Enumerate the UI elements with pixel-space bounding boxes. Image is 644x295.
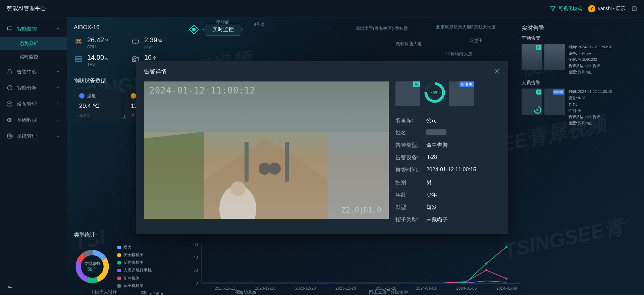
sidebar-label: 系统管理 [17, 133, 37, 139]
sidebar-label: 设备管理 [17, 101, 37, 107]
legend-item[interactable]: 人员违规打手机 [117, 267, 178, 274]
whitelist-tag: 白名单 [460, 81, 474, 87]
sensor-dot-icon [131, 93, 136, 99]
meta-row-time: 告警时间:2024-01-12 11:00:15 [395, 164, 500, 176]
svg-text:2023-12-20: 2023-12-20 [295, 286, 316, 290]
svg-text:2023-12-28: 2023-12-28 [376, 286, 396, 290]
vehicle-alarm-title: 车辆告警 [522, 35, 637, 41]
person-alarm-card[interactable]: 抓 76% 白名单 时间: 2024-01-12 11:00:15 设备: II… [522, 88, 637, 126]
svg-text:60: 60 [194, 242, 198, 247]
meta-row-hair: 发型:短发 [395, 201, 500, 214]
svg-rect-57 [144, 81, 389, 132]
map-label: 汉堡王 [470, 38, 483, 44]
svg-point-43 [505, 278, 507, 280]
bell-icon [7, 69, 13, 75]
sidebar-label: 态势分析 [19, 41, 38, 47]
sidebar-item-situation[interactable]: 态势分析 [0, 37, 67, 50]
type-stat-pager[interactable]: ▲ 1/8 ▼ [74, 292, 178, 295]
svg-marker-60 [328, 132, 389, 219]
stat-cpu: 26.42%CPU [74, 36, 121, 50]
monitor-icon [7, 26, 13, 32]
capture-tag: 抓 [413, 81, 420, 87]
broadcast-icon [188, 23, 200, 36]
close-icon [494, 68, 500, 74]
map-label: 航空航天大厦 [470, 24, 496, 30]
chevron-down-icon [56, 69, 60, 74]
face-thumb-capture: 抓 76% [522, 88, 542, 115]
alarm-detail-modal: 告警详情 2024-01-12 11:00:12 Z2.0|D1.0 [136, 61, 508, 234]
sidebar-item-analysis[interactable]: 智能分析 [0, 80, 67, 96]
legend-item[interactable]: 玩王机检测 [117, 282, 178, 290]
vehicle-alarm-card[interactable]: 抓 时间: 2024-01-12 11:03:10 设备: 车辆-2H 车牌: … [522, 44, 637, 75]
svg-rect-12 [77, 41, 80, 43]
map-label: 微软科通大厦 [396, 41, 422, 47]
stat-memory: 2.39%内存 [131, 36, 178, 50]
realtime-monitor-badge[interactable]: 实时监控 [188, 23, 243, 36]
match-ring-icon: 76% [534, 106, 542, 114]
svg-point-40 [485, 262, 487, 264]
meta-row-library: 名单库:公司 [395, 114, 500, 127]
chevron-down-icon [56, 85, 60, 90]
badge-label: 实时监控 [203, 24, 243, 36]
vehicle-thumb [544, 44, 565, 70]
svg-text:2024-01-05: 2024-01-05 [456, 286, 477, 290]
sensor-dot-icon [79, 93, 85, 99]
sidebar-item-alarm-center[interactable]: 告警中心 [0, 64, 67, 80]
sidebar-nav: 智能监控 态势分析 实时监控 告警中心 智能分析 设备管理 基础数据 系统管理 [0, 17, 67, 295]
svg-rect-11 [76, 39, 81, 44]
capture-tag: 抓 [536, 45, 541, 50]
whitelist-tag: 白名单 [553, 90, 564, 95]
sidebar-item-system[interactable]: 系统管理 [0, 128, 67, 144]
menu-collapse-icon [7, 283, 13, 289]
memory-icon [131, 37, 140, 46]
svg-rect-61 [245, 142, 249, 182]
map-label: 中科纳能大厦 [446, 51, 472, 57]
person-alarm-title: 人员告警 [522, 80, 637, 86]
legend-item[interactable]: 安全帽检测 [117, 251, 178, 259]
stat-tpu: 14.00%TPU [74, 54, 121, 68]
meta-row-alarm-type: 告警类型:命中告警 [395, 139, 500, 152]
sidebar-collapse-toggle[interactable] [7, 283, 13, 290]
visualization-mode-toggle[interactable]: 可视化模式 [550, 6, 582, 12]
svg-text:2024-01-09: 2024-01-09 [496, 286, 517, 290]
capture-tag: 抓 [536, 90, 541, 95]
face-thumb-db: 白名单 [544, 88, 565, 115]
tpu-icon [74, 54, 83, 64]
svg-marker-59 [144, 132, 204, 219]
sidebar-item-monitor[interactable]: 智能监控 [0, 21, 67, 37]
svg-rect-62 [285, 142, 289, 182]
svg-point-66 [230, 181, 245, 196]
legend-item[interactable]: 拍照检测 [117, 274, 178, 282]
map-label: 深圳大学(粤海校区)-致知楼 [356, 25, 408, 32]
svg-text:2023-12-12: 2023-12-12 [215, 286, 235, 290]
meta-row-name: 姓名: [395, 127, 500, 139]
legend-item[interactable]: 烟火 [117, 243, 178, 251]
legend-item[interactable]: 反光衣检测 [117, 259, 178, 267]
alarm-timeline-chart: 0 20 40 60 2023-12-12 2023-12-16 2023-12… [188, 240, 523, 290]
svg-text:0: 0 [196, 281, 198, 286]
avatar: Y [588, 5, 595, 12]
gauge-icon [7, 85, 13, 91]
app-title: 智能AI管理平台 [7, 5, 46, 12]
eye-icon [7, 117, 13, 123]
sidebar-label: 告警中心 [17, 69, 37, 75]
chevron-down-icon [56, 118, 60, 122]
layers-icon [7, 101, 13, 107]
iot-card-temp[interactable]: 温度 29.4 ℃ 温湿度 [74, 89, 121, 122]
database-face: 白名单 [449, 81, 474, 106]
sidebar-item-devices[interactable]: 设备管理 [0, 96, 67, 112]
sidebar-label: 智能监控 [17, 26, 37, 32]
filter-icon [550, 6, 556, 12]
panel-toggle-icon[interactable] [631, 6, 637, 12]
map-label: 北京航空航天大厦 [436, 24, 471, 30]
meta-row-hat: 帽子类型:未戴帽子 [395, 214, 500, 226]
alarm-video-frame[interactable]: 2024-01-12 11:00:12 Z2.0|D1.0 [144, 81, 389, 219]
chevron-up-icon [56, 26, 60, 31]
sidebar-label: 实时监控 [19, 54, 38, 60]
user-menu[interactable]: Y yanshi - 展示 [588, 5, 625, 12]
sidebar-item-basedata[interactable]: 基础数据 [0, 112, 67, 128]
svg-point-33 [193, 28, 196, 31]
chevron-down-icon [56, 102, 60, 106]
sidebar-item-realtime[interactable]: 实时监控 [0, 50, 67, 64]
close-button[interactable] [494, 68, 500, 75]
